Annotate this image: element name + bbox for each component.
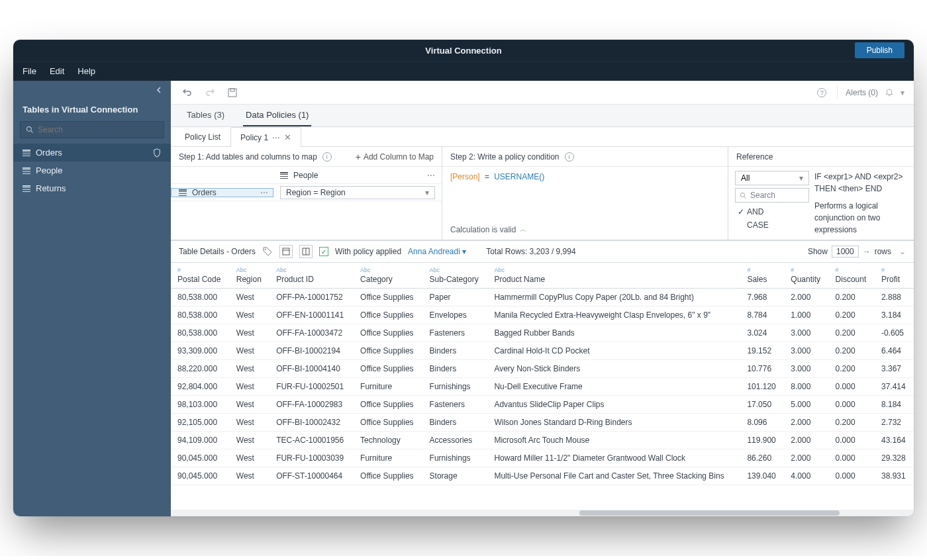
save-button[interactable] [225, 85, 240, 100]
search-icon [26, 126, 34, 134]
title-bar: Virtual Connection Publish [13, 40, 914, 61]
step2-title: Step 2: Write a policy condition [450, 152, 560, 162]
reference-item-and[interactable]: AND [735, 205, 809, 218]
table-icon [23, 185, 30, 192]
add-column-button[interactable]: + Add Column to Map [356, 152, 434, 162]
column-category[interactable]: AbcCategory [354, 263, 423, 289]
table-icon [23, 167, 30, 174]
policy-condition-editor[interactable]: [Person] = USERNAME() [442, 167, 728, 221]
map-table-more[interactable]: ⋯ [260, 188, 268, 197]
table-icon [23, 150, 30, 156]
data-grid[interactable]: #Postal CodeAbcRegionAbcProduct IDAbcCat… [171, 263, 914, 510]
table-details-bar: Table Details - Orders ✓ With policy app… [171, 240, 914, 263]
table-row[interactable]: 80,538.000WestOFF-EN-10001141Office Supp… [171, 306, 914, 324]
sidebar-table-returns[interactable]: Returns [13, 179, 171, 197]
table-row[interactable]: 88,220.000WestOFF-BI-10004140Office Supp… [171, 360, 914, 378]
column-region[interactable]: AbcRegion [230, 263, 269, 289]
svg-rect-2 [228, 89, 236, 97]
sidebar-collapse-button[interactable] [13, 81, 171, 99]
app-window: Virtual Connection Publish File Edit Hel… [13, 40, 914, 516]
info-icon[interactable]: i [322, 152, 332, 162]
map-table-orders[interactable]: Orders ⋯ [171, 188, 273, 197]
column-quantity[interactable]: #Quantity [784, 263, 828, 289]
svg-line-5 [744, 196, 746, 198]
steps-row: Step 1: Add tables and columns to map i … [171, 147, 914, 240]
table-row[interactable]: 94,109.000WestTEC-AC-10001956TechnologyA… [171, 432, 914, 449]
table-icon [179, 189, 187, 196]
alerts-caret[interactable]: ▾ [901, 88, 904, 97]
tag-icon[interactable] [262, 246, 273, 257]
reference-item-case[interactable]: CASE [735, 218, 809, 232]
sidebar-table-orders[interactable]: Orders [13, 144, 171, 162]
sidebar-search[interactable] [20, 121, 164, 138]
reference-template: IF <expr1> AND <expr2> THEN <then> END [814, 171, 907, 195]
bell-icon[interactable] [885, 88, 894, 97]
column-profit[interactable]: #Profit [875, 263, 914, 289]
tab-data-policies[interactable]: Data Policies (1) [243, 110, 311, 126]
svg-point-4 [740, 193, 744, 197]
map-col-people: People [293, 171, 318, 180]
table-row[interactable]: 92,804.000WestFUR-FU-10002501FurnitureFu… [171, 378, 914, 396]
shield-icon [152, 148, 162, 158]
main-tabs: Tables (3) Data Policies (1) [171, 105, 914, 127]
table-row[interactable]: 98,103.000WestOFF-FA-10002983Office Supp… [171, 396, 914, 414]
undo-button[interactable] [180, 85, 195, 100]
collapse-icon[interactable]: ︿ [520, 225, 526, 234]
table-row[interactable]: 92,105.000WestOFF-BI-10002432Office Supp… [171, 414, 914, 432]
table-row[interactable]: 80,538.000WestOFF-PA-10001752Office Supp… [171, 289, 914, 306]
view-full-button[interactable] [279, 245, 293, 258]
region-mapping-select[interactable]: Region = Region ▾ [280, 186, 435, 199]
column-product-id[interactable]: AbcProduct ID [269, 263, 354, 289]
window-title: Virtual Connection [425, 46, 501, 56]
help-button[interactable]: ? [814, 85, 829, 100]
table-row[interactable]: 90,045.000WestFUR-FU-10003039FurnitureFu… [171, 449, 914, 467]
reference-search[interactable]: Search [735, 188, 809, 203]
step2-panel: Step 2: Write a policy condition i [Pers… [442, 147, 728, 240]
reference-filter-select[interactable]: All▾ [735, 171, 809, 185]
search-icon [740, 192, 747, 199]
reference-panel: Reference › All▾ Search [728, 147, 914, 240]
toolbar: ? Alerts (0) ▾ [171, 81, 914, 105]
policy-tabs: Policy List Policy 1 ⋯ ✕ [171, 127, 914, 147]
run-as-user-select[interactable]: Anna Andreadi ▾ [408, 247, 466, 256]
policy-applied-checkbox[interactable]: ✓ [319, 247, 328, 256]
policy-tab-more[interactable]: ⋯ [272, 133, 280, 142]
menu-help[interactable]: Help [77, 66, 95, 76]
policy-applied-label: With policy applied [335, 247, 401, 256]
apply-rows-button[interactable]: → [863, 247, 871, 256]
column-postal-code[interactable]: #Postal Code [171, 263, 230, 289]
table-row[interactable]: 80,538.000WestOFF-FA-10003472Office Supp… [171, 324, 914, 342]
horizontal-scrollbar[interactable] [171, 510, 914, 516]
column-discount[interactable]: #Discount [829, 263, 875, 289]
show-rows-input[interactable]: 1000 [832, 246, 859, 257]
map-col-more[interactable]: ⋯ [427, 171, 435, 180]
sidebar-search-input[interactable] [38, 125, 158, 134]
policy-tab-1[interactable]: Policy 1 ⋯ ✕ [230, 127, 301, 147]
tab-tables[interactable]: Tables (3) [184, 110, 227, 126]
svg-rect-7 [283, 248, 289, 255]
column-sales[interactable]: #Sales [740, 263, 784, 289]
total-rows-label: Total Rows: 3,203 / 9,994 [486, 247, 575, 256]
menu-bar: File Edit Help [13, 61, 914, 81]
column-product-name[interactable]: AbcProduct Name [487, 263, 740, 289]
menu-file[interactable]: File [23, 66, 36, 76]
svg-rect-3 [230, 89, 234, 91]
view-split-button[interactable] [299, 245, 313, 258]
svg-point-0 [27, 127, 32, 132]
policy-tab-list[interactable]: Policy List [175, 127, 230, 146]
policy-tab-close[interactable]: ✕ [284, 132, 291, 142]
column-sub-category[interactable]: AbcSub-Category [423, 263, 488, 289]
step1-title: Step 1: Add tables and columns to map [179, 152, 317, 162]
publish-button[interactable]: Publish [855, 42, 904, 58]
rows-more[interactable]: ⌄ [899, 247, 906, 256]
svg-line-1 [31, 131, 33, 133]
alerts-label[interactable]: Alerts (0) [846, 88, 878, 97]
table-row[interactable]: 90,045.000WestOFF-ST-10000464Office Supp… [171, 467, 914, 485]
menu-edit[interactable]: Edit [50, 66, 64, 76]
svg-point-6 [265, 249, 266, 250]
sidebar-table-people[interactable]: People [13, 162, 171, 179]
info-icon[interactable]: i [565, 152, 574, 162]
table-row[interactable]: 93,309.000WestOFF-BI-10002194Office Supp… [171, 342, 914, 360]
redo-button[interactable] [203, 85, 217, 100]
show-label: Show [808, 247, 828, 256]
